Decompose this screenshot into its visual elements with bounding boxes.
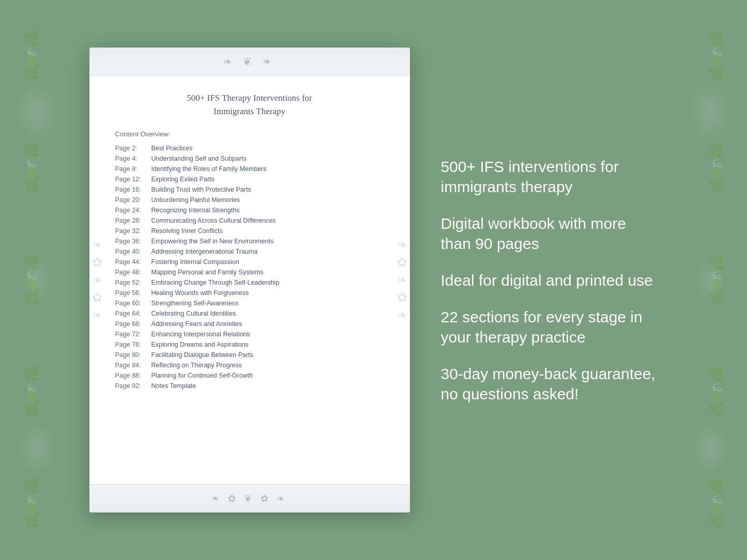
toc-page-number: Page 56: [115,289,151,297]
toc-section-title: Celebrating Cultural Identities [151,310,236,317]
toc-page-number: Page 72: [115,331,151,338]
toc-item: Page 68:Addressing Fears and Anxieties [115,319,384,329]
toc-item: Page 52:Embracing Change Through Self-Le… [115,277,384,288]
toc-section-title: Best Practices [151,145,193,152]
toc-item: Page 56:Healing Wounds with Forgiveness [115,288,384,298]
toc-page-number: Page 24: [115,207,151,214]
toc-page-number: Page 36: [115,238,151,245]
toc-page-number: Page 88: [115,372,151,379]
toc-item: Page 72:Enhancing Interpersonal Relation… [115,329,384,339]
toc-page-number: Page 4: [115,155,151,162]
content-overview-label: Content Overview: [115,130,384,138]
toc-section-title: Resolving Inner Conflicts [151,227,223,235]
toc-page-number: Page 16: [115,186,151,193]
feature-1: 500+ IFS interventions for immigrants th… [441,157,658,197]
toc-item: Page 16:Building Trust with Protective P… [115,184,384,195]
toc-item: Page 80:Facilitating Dialogue Between Pa… [115,350,384,360]
toc-item: Page 40:Addressing Intergenerational Tra… [115,246,384,257]
toc-page-number: Page 80: [115,351,151,359]
doc-footer-decoration [89,484,410,512]
feature-4: 22 sections for every stage in your ther… [441,307,658,347]
toc-section-title: Notes Template [151,382,196,390]
toc-page-number: Page 8: [115,165,151,173]
toc-page-number: Page 32: [115,227,151,235]
toc-section-title: Healing Wounds with Forgiveness [151,289,249,297]
toc-page-number: Page 44: [115,258,151,266]
toc-page-number: Page 92: [115,382,151,390]
document-body: 500+ IFS Therapy Interventions for Immig… [89,76,410,484]
main-content: ❧ ✿ ❧ ✿ ❧ ❧ ✿ ❧ ✿ ❧ 500+ IFS Therapy Int… [0,27,747,533]
toc-page-number: Page 28: [115,217,151,224]
toc-page-number: Page 2: [115,145,151,152]
toc-section-title: Fostering Internal Compassion [151,258,239,266]
toc-item: Page 32:Resolving Inner Conflicts [115,226,384,236]
document-preview: ❧ ✿ ❧ ✿ ❧ ❧ ✿ ❧ ✿ ❧ 500+ IFS Therapy Int… [89,48,410,512]
toc-section-title: Reflecting on Therapy Progress [151,362,242,369]
toc-section-title: Facilitating Dialogue Between Parts [151,351,253,359]
toc-item: Page 64:Celebrating Cultural Identities [115,308,384,319]
toc-item: Page 12:Exploring Exiled Parts [115,174,384,184]
toc-item: Page 8:Identifying the Roles of Family M… [115,164,384,174]
toc-item: Page 76:Exploring Dreams and Aspirations [115,339,384,350]
toc-section-title: Addressing Intergenerational Trauma [151,248,258,255]
toc-section-title: Communicating Across Cultural Difference… [151,217,276,224]
toc-section-title: Understanding Self and Subparts [151,155,247,162]
toc-item: Page 24:Recognizing Internal Strengths [115,205,384,215]
toc-item: Page 84:Reflecting on Therapy Progress [115,360,384,370]
toc-page-number: Page 20: [115,196,151,204]
toc-section-title: Exploring Dreams and Aspirations [151,341,249,348]
toc-page-number: Page 84: [115,362,151,369]
toc-item: Page 48:Mapping Personal and Family Syst… [115,267,384,277]
toc-item: Page 20:Unburdening Painful Memories [115,195,384,205]
toc-item: Page 92:Notes Template [115,381,384,391]
toc-section-title: Enhancing Interpersonal Relations [151,331,250,338]
toc-page-number: Page 40: [115,248,151,255]
feature-5: 30-day money-back guarantee, no question… [441,364,658,404]
doc-header-decoration [89,48,410,76]
toc-section-title: Strengthening Self-Awareness [151,300,239,307]
toc-page-number: Page 60: [115,300,151,307]
toc-section-title: Empowering the Self in New Environments [151,238,274,245]
toc-page-number: Page 68: [115,320,151,328]
toc-page-number: Page 12: [115,176,151,183]
features-panel: 500+ IFS interventions for immigrants th… [441,157,658,404]
doc-title-line2: Immigrants Therapy [214,106,285,116]
toc-section-title: Embracing Change Through Self-Leadership [151,279,280,286]
toc-item: Page 4:Understanding Self and Subparts [115,153,384,164]
toc-item: Page 36:Empowering the Self in New Envir… [115,236,384,246]
toc-section-title: Recognizing Internal Strengths [151,207,240,214]
toc-page-number: Page 52: [115,279,151,286]
toc-page-number: Page 76: [115,341,151,348]
toc-section-title: Building Trust with Protective Parts [151,186,251,193]
toc-section-title: Mapping Personal and Family Systems [151,269,264,276]
table-of-contents: Page 2:Best PracticesPage 4:Understandin… [115,143,384,391]
feature-3: Ideal for digital and printed use [441,270,658,290]
toc-item: Page 2:Best Practices [115,143,384,153]
toc-page-number: Page 48: [115,269,151,276]
toc-section-title: Exploring Exiled Parts [151,176,215,183]
toc-item: Page 60:Strengthening Self-Awareness [115,298,384,308]
feature-2: Digital workbook with more than 90 pages [441,213,658,254]
toc-page-number: Page 64: [115,310,151,317]
doc-title-line1: 500+ IFS Therapy Interventions for [187,93,312,103]
toc-item: Page 28:Communicating Across Cultural Di… [115,215,384,226]
toc-section-title: Planning for Continued Self-Growth [151,372,253,379]
toc-item: Page 88:Planning for Continued Self-Grow… [115,370,384,381]
document-title: 500+ IFS Therapy Interventions for Immig… [115,91,384,118]
toc-section-title: Addressing Fears and Anxieties [151,320,242,328]
toc-section-title: Identifying the Roles of Family Members [151,165,267,173]
toc-item: Page 44:Fostering Internal Compassion [115,257,384,267]
toc-section-title: Unburdening Painful Memories [151,196,240,204]
